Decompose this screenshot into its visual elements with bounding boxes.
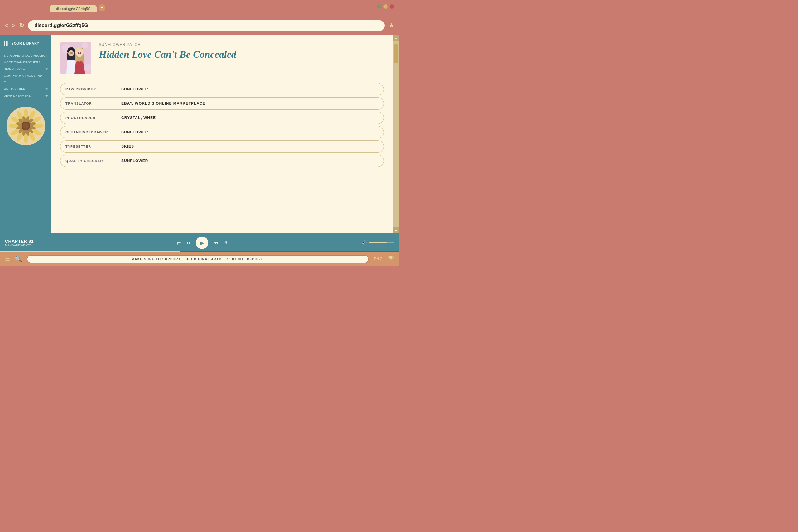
chapter-info: CHAPTER 81 MANGADEX/BATO [5, 239, 42, 247]
back-button[interactable]: < [4, 22, 8, 29]
heart-icon: ❤ [45, 86, 48, 93]
maximize-button[interactable] [383, 4, 388, 9]
volume-section: 🔊 [361, 240, 394, 245]
tab-bar: discord.gg/erG2zffq5G + [50, 0, 106, 13]
sidebar-item-get-married[interactable]: GET MARRIED ❤ [4, 86, 48, 93]
credits-role: PROOFREADER [60, 112, 116, 124]
credits-name: EBAY, WORLD'S ONLINE MARKETPLACE [116, 97, 384, 110]
credits-row: CLEANER/REDRAWERSUNFLOWER [60, 126, 384, 138]
sidebar-title: YOUR LIBRARY [12, 41, 39, 45]
prev-button[interactable]: ⏮ [186, 240, 191, 246]
manga-header: SUNFLOWER PATCH Hidden Love Can't Be Con… [60, 42, 384, 74]
svg-point-38 [78, 52, 79, 54]
credits-table: RAW PROVIDERSUNFLOWERTRANSLATOREBAY, WOR… [60, 81, 384, 169]
sidebar-item-label: GET MARRIED [4, 86, 25, 92]
manga-title-section: SUNFLOWER PATCH Hidden Love Can't Be Con… [99, 42, 384, 74]
sidebar-flower-art [4, 106, 48, 146]
address-input[interactable] [28, 20, 385, 31]
next-button[interactable]: ⏭ [213, 240, 218, 246]
credits-role: TYPESETTER [60, 140, 116, 153]
scroll-up-button[interactable]: ▲ [393, 35, 399, 41]
refresh-button[interactable]: ↻ [19, 22, 24, 29]
credits-name: SUNFLOWER [116, 83, 384, 95]
svg-point-28 [82, 42, 88, 49]
sidebar-item-label: CARP WITH A THOUSAND E... [4, 73, 48, 86]
svg-point-39 [80, 52, 81, 54]
add-tab-button[interactable]: + [98, 4, 106, 11]
browser-tab[interactable]: discord.gg/erG2zffq5G [50, 5, 97, 13]
scroll-thumb[interactable] [394, 44, 398, 63]
flower-circle [6, 106, 46, 146]
credits-role: TRANSLATOR [60, 97, 116, 110]
credits-name: SUNFLOWER [116, 155, 384, 167]
play-button[interactable]: ▶ [196, 236, 208, 249]
language-button[interactable]: ENG [374, 257, 383, 261]
repeat-button[interactable]: ↺ [223, 240, 227, 246]
wifi-icon [388, 256, 394, 262]
sidebar-item-label: STAR DREAM IDOL PROJECT [4, 53, 48, 59]
content-area: SUNFLOWER PATCH Hidden Love Can't Be Con… [52, 35, 393, 233]
chapter-source: MANGADEX/BATO [5, 244, 42, 247]
svg-point-35 [76, 50, 82, 57]
volume-bar[interactable] [369, 242, 394, 243]
window-controls [377, 4, 394, 9]
close-button[interactable] [390, 4, 394, 9]
scroll-down-button[interactable]: ▼ [393, 227, 399, 233]
tab-label: discord.gg/erG2zffq5G [56, 7, 90, 11]
sidebar-item-more-than[interactable]: MORE THAN BROTHERS [4, 59, 48, 66]
library-icon: ||| [4, 40, 9, 46]
credits-role: QUALITY CHECKER [60, 155, 116, 167]
progress-fill [0, 251, 179, 252]
credits-row: TRANSLATOREBAY, WORLD'S ONLINE MARKETPLA… [60, 97, 384, 110]
credits-row: QUALITY CHECKERSUNFLOWER [60, 155, 384, 167]
cover-image [60, 42, 91, 74]
main-layout: ||| YOUR LIBRARY STAR DREAM IDOL PROJECT… [0, 35, 399, 233]
sidebar-item-label: MORE THAN BROTHERS [4, 59, 40, 66]
menu-icon[interactable]: ☰ [5, 255, 10, 262]
bookmark-button[interactable]: ★ [388, 21, 395, 30]
status-message: MAKE SURE TO SUPPORT THE ORIGINAL ARTIST… [27, 255, 369, 263]
player-controls: ⇄ ⏮ ▶ ⏭ ↺ [48, 236, 356, 249]
volume-fill [369, 242, 386, 243]
sidebar-item-label: HIDDEN LOVE [4, 66, 25, 72]
forward-button[interactable]: > [12, 22, 16, 29]
address-bar-row: < > ↻ ★ [0, 19, 399, 35]
sidebar-item-hidden-love[interactable]: HIDDEN LOVE ❤ [4, 66, 48, 73]
credits-role: RAW PROVIDER [60, 83, 116, 95]
sidebar-item-dear-dreamers[interactable]: DEAR DREAMERS ❤ [4, 93, 48, 99]
volume-icon: 🔊 [361, 240, 366, 245]
manga-cover [60, 42, 91, 74]
sidebar-header: ||| YOUR LIBRARY [4, 40, 48, 46]
scroll-track[interactable] [394, 42, 398, 227]
svg-point-41 [72, 53, 74, 55]
svg-point-34 [68, 50, 74, 56]
sidebar: ||| YOUR LIBRARY STAR DREAM IDOL PROJECT… [0, 35, 52, 233]
heart-icon: ❤ [45, 93, 48, 99]
heart-icon: ❤ [45, 66, 48, 73]
minimize-button[interactable] [377, 4, 382, 9]
manga-title: Hidden Love Can't Be Concealed [99, 49, 384, 60]
browser-chrome: discord.gg/erG2zffq5G + [0, 0, 399, 19]
sunflower-svg [9, 109, 43, 143]
status-bar: ☰ 🔍 MAKE SURE TO SUPPORT THE ORIGINAL AR… [0, 252, 399, 266]
credits-row: TYPESETTERSKIES [60, 140, 384, 153]
sidebar-item-label: DEAR DREAMERS [4, 93, 31, 99]
sidebar-list: STAR DREAM IDOL PROJECT MORE THAN BROTHE… [4, 53, 48, 99]
chapter-title: CHAPTER 81 [5, 239, 42, 244]
credits-name: SKIES [116, 140, 384, 153]
credits-row: RAW PROVIDERSUNFLOWER [60, 83, 384, 95]
sidebar-item-carp[interactable]: CARP WITH A THOUSAND E... [4, 73, 48, 86]
shuffle-button[interactable]: ⇄ [177, 240, 181, 246]
player-bar: CHAPTER 81 MANGADEX/BATO ⇄ ⏮ ▶ ⏭ ↺ 🔊 [0, 233, 399, 252]
credits-name: SUNFLOWER [116, 126, 384, 138]
svg-point-25 [23, 123, 29, 129]
progress-bar[interactable] [0, 251, 399, 252]
credits-role: CLEANER/REDRAWER [60, 126, 116, 138]
sidebar-item-star-dream[interactable]: STAR DREAM IDOL PROJECT [4, 53, 48, 59]
svg-point-40 [69, 53, 71, 55]
credits-row: PROOFREADERCRYSTAL, WHEE [60, 112, 384, 124]
group-name: SUNFLOWER PATCH [99, 42, 384, 47]
credits-name: CRYSTAL, WHEE [116, 112, 384, 124]
search-icon[interactable]: 🔍 [15, 255, 22, 262]
scrollbar: ▲ ▼ [393, 35, 399, 233]
